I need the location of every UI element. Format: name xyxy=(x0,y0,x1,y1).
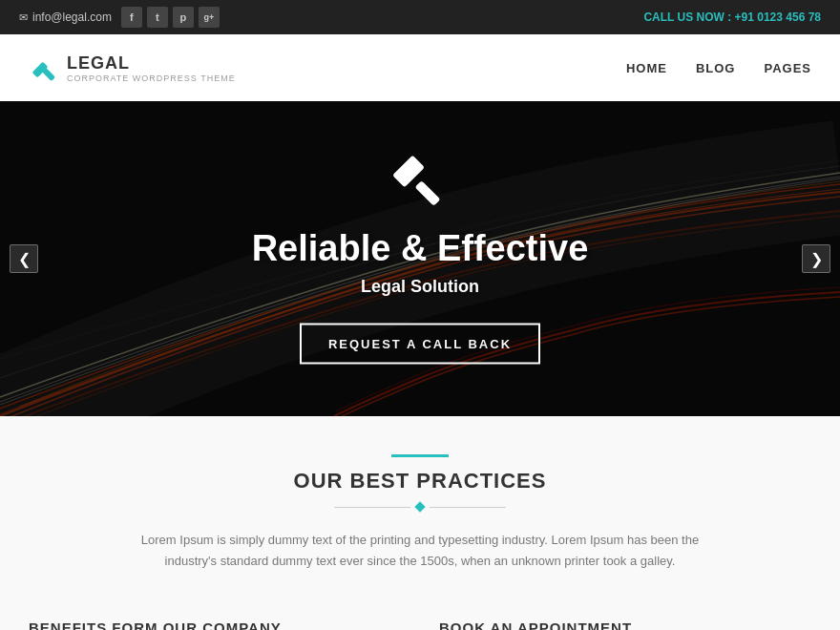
logo-name: LEGAL xyxy=(67,53,236,74)
email-address: info@legal.com xyxy=(32,10,112,24)
gavel-icon xyxy=(134,154,706,219)
section-title-wrap: OUR BEST PRACTICES xyxy=(29,454,811,511)
svg-rect-4 xyxy=(415,180,441,206)
nav-blog[interactable]: BLOG xyxy=(696,56,736,80)
social-links: f t p g+ xyxy=(121,7,220,28)
pinterest-icon[interactable]: p xyxy=(173,7,194,28)
nav-pages[interactable]: PAGES xyxy=(764,56,811,80)
main-nav: HOME BLOG PAGES xyxy=(626,56,811,80)
bottom-cards: BENEFITS FORM OUR COMPANY BOOK AN APPOIN… xyxy=(0,600,840,630)
logo[interactable]: LEGAL CORPORATE WORDPRESS THEME xyxy=(29,52,236,83)
phone-number: +91 0123 456 78 xyxy=(735,10,821,24)
divider-diamond xyxy=(414,501,425,512)
nav-home[interactable]: HOME xyxy=(626,56,667,80)
section-divider-bottom xyxy=(29,503,811,511)
email-icon: ✉ xyxy=(19,11,28,24)
appointment-card-title: BOOK AN APPOINTMENT xyxy=(439,620,811,630)
site-header: LEGAL CORPORATE WORDPRESS THEME HOME BLO… xyxy=(0,34,840,101)
svg-rect-1 xyxy=(42,68,55,81)
benefits-card-title: BENEFITS FORM OUR COMPANY xyxy=(29,620,401,630)
facebook-icon[interactable]: f xyxy=(121,7,142,28)
contact-email: ✉ info@legal.com xyxy=(19,10,112,24)
divider-line-left xyxy=(334,507,410,508)
slider-next-button[interactable]: ❯ xyxy=(802,244,830,273)
top-bar: ✉ info@legal.com f t p g+ CALL US NOW : … xyxy=(0,0,840,34)
slider-prev-button[interactable]: ❮ xyxy=(10,244,38,273)
section-divider-top xyxy=(391,454,449,457)
google-plus-icon[interactable]: g+ xyxy=(199,7,220,28)
hero-content: Reliable & Effective Legal Solution REQU… xyxy=(134,154,706,365)
top-bar-left: ✉ info@legal.com f t p g+ xyxy=(19,7,220,28)
section-title: OUR BEST PRACTICES xyxy=(29,469,811,494)
logo-text: LEGAL CORPORATE WORDPRESS THEME xyxy=(67,53,236,83)
call-label: CALL US NOW : xyxy=(643,10,731,24)
divider-line-right xyxy=(430,507,506,508)
logo-icon xyxy=(29,52,59,83)
phone-info: CALL US NOW : +91 0123 456 78 xyxy=(643,10,821,24)
hero-subtitle: Legal Solution xyxy=(134,277,706,297)
hero-title: Reliable & Effective xyxy=(134,228,706,269)
hero-slider: Reliable & Effective Legal Solution REQU… xyxy=(0,101,840,416)
section-description: Lorem Ipsum is simply dummy text of the … xyxy=(115,530,725,572)
twitter-icon[interactable]: t xyxy=(147,7,168,28)
appointment-card: BOOK AN APPOINTMENT xyxy=(439,620,811,630)
practices-section: OUR BEST PRACTICES Lorem Ipsum is simply… xyxy=(0,416,840,600)
benefits-card: BENEFITS FORM OUR COMPANY xyxy=(29,620,401,630)
logo-tagline: CORPORATE WORDPRESS THEME xyxy=(67,74,236,83)
request-callback-button[interactable]: REQUEST A CALL BACK xyxy=(300,324,540,365)
